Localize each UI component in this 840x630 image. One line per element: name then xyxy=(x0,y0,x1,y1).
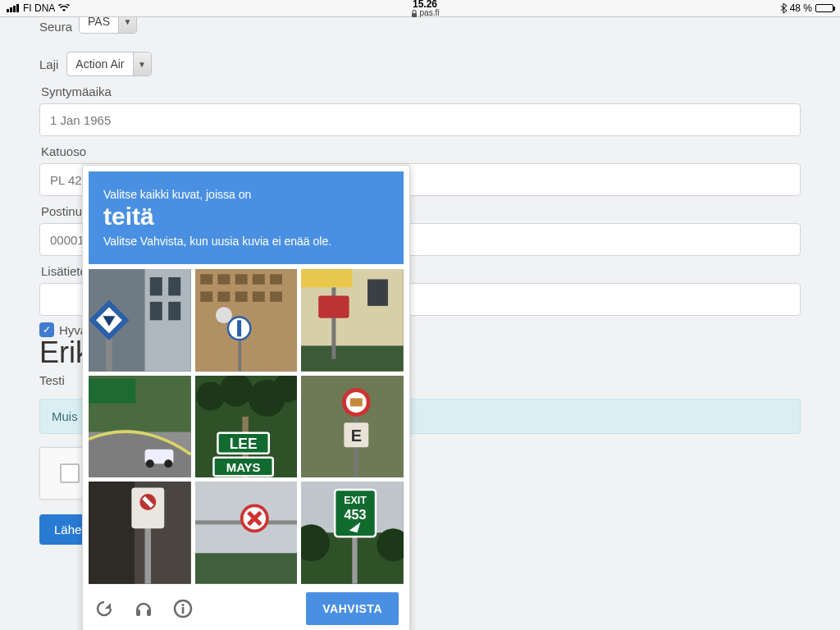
svg-rect-66 xyxy=(195,554,298,584)
chevron-down-icon: ▼ xyxy=(133,52,151,75)
page-url: pas.fi xyxy=(411,9,440,17)
battery-icon xyxy=(815,4,833,12)
status-bar: FI DNA 15.26 pas.fi 48 % xyxy=(0,0,840,16)
svg-rect-31 xyxy=(368,279,388,305)
captcha-tile-9[interactable]: EXIT 453 xyxy=(301,482,404,584)
captcha-tile-5[interactable]: LEE MAYS xyxy=(195,376,298,478)
captcha-tile-4[interactable] xyxy=(89,376,191,478)
svg-rect-8 xyxy=(168,277,180,295)
svg-rect-38 xyxy=(89,378,135,403)
svg-rect-56 xyxy=(350,398,363,406)
svg-rect-24 xyxy=(270,291,282,301)
captcha-tile-6[interactable]: E xyxy=(301,376,404,478)
svg-rect-33 xyxy=(301,269,352,287)
svg-point-40 xyxy=(146,459,154,468)
svg-rect-0 xyxy=(7,9,9,12)
svg-rect-4 xyxy=(412,13,417,17)
signal-icon xyxy=(7,4,20,12)
chevron-down-icon: ▼ xyxy=(118,17,136,33)
laji-select[interactable]: Action Air ▼ xyxy=(66,52,151,76)
captcha-tile-3[interactable] xyxy=(301,269,404,372)
seura-label: Seura xyxy=(39,20,72,34)
svg-rect-21 xyxy=(217,291,230,301)
svg-rect-9 xyxy=(150,302,162,320)
captcha-target: teitä xyxy=(103,203,389,230)
svg-rect-1 xyxy=(10,7,12,12)
svg-text:EXIT: EXIT xyxy=(345,495,368,507)
seura-select[interactable]: PAS ▼ xyxy=(79,17,137,34)
svg-rect-19 xyxy=(270,274,282,284)
svg-rect-3 xyxy=(16,4,19,12)
syntymaaika-input[interactable] xyxy=(39,103,801,136)
captcha-challenge: Valitse kaikki kuvat, joissa on teitä Va… xyxy=(82,165,410,630)
svg-rect-79 xyxy=(147,609,151,616)
svg-rect-29 xyxy=(237,320,241,336)
svg-rect-82 xyxy=(182,607,185,614)
carrier-label: FI DNA xyxy=(23,2,55,14)
svg-point-41 xyxy=(164,459,172,468)
katuosoite-label: Katuoso xyxy=(41,144,801,158)
svg-text:E: E xyxy=(351,426,362,444)
svg-rect-20 xyxy=(200,291,212,301)
svg-rect-7 xyxy=(150,277,162,295)
svg-rect-16 xyxy=(217,274,230,284)
svg-rect-2 xyxy=(13,6,16,12)
svg-point-81 xyxy=(181,604,184,606)
battery-pct: 48 % xyxy=(790,2,812,14)
verify-button[interactable]: VAHVISTA xyxy=(306,592,399,625)
recaptcha-checkbox[interactable] xyxy=(60,463,80,483)
svg-rect-17 xyxy=(235,274,247,284)
syntymaaika-label: Syntymäaika xyxy=(41,84,801,98)
svg-rect-23 xyxy=(252,291,264,301)
bluetooth-icon xyxy=(780,3,787,13)
captcha-tile-7[interactable] xyxy=(89,482,191,584)
svg-rect-35 xyxy=(319,295,349,317)
svg-text:LEE: LEE xyxy=(229,435,257,451)
captcha-instruction-2: Valitse Vahvista, kun uusia kuvia ei enä… xyxy=(103,235,389,248)
lock-icon xyxy=(411,10,418,17)
captcha-tile-8[interactable] xyxy=(195,482,298,584)
svg-rect-10 xyxy=(168,302,180,320)
svg-rect-78 xyxy=(136,609,140,616)
svg-text:MAYS: MAYS xyxy=(226,460,260,474)
svg-rect-32 xyxy=(301,345,404,371)
svg-rect-60 xyxy=(89,482,135,584)
laji-label: Laji xyxy=(39,57,58,71)
svg-text:453: 453 xyxy=(345,507,367,522)
audio-icon[interactable] xyxy=(133,598,154,619)
svg-rect-18 xyxy=(252,274,264,284)
info-icon[interactable] xyxy=(172,598,194,619)
reload-icon[interactable] xyxy=(94,598,115,619)
captcha-tile-2[interactable] xyxy=(195,269,298,372)
captcha-instruction-1: Valitse kaikki kuvat, joissa on xyxy=(103,188,389,201)
captcha-tile-1[interactable] xyxy=(89,269,191,372)
wifi-icon xyxy=(58,4,70,12)
captcha-grid: LEE MAYS E xyxy=(89,269,404,584)
seura-row: Seura PAS ▼ xyxy=(39,17,801,40)
captcha-header: Valitse kaikki kuvat, joissa on teitä Va… xyxy=(89,171,404,264)
svg-rect-22 xyxy=(235,291,247,301)
svg-rect-15 xyxy=(200,274,212,284)
